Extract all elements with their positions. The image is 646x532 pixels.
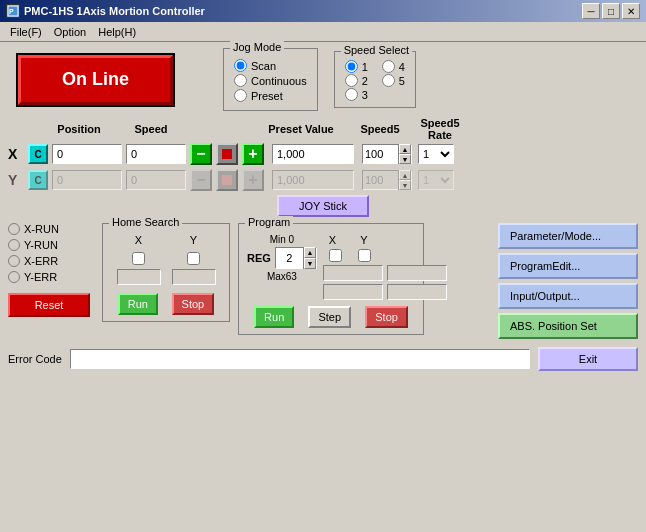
y-jog-stop-button[interactable] (216, 169, 238, 191)
minimize-button[interactable]: ─ (582, 3, 600, 19)
jog-preset-radio[interactable] (234, 89, 247, 102)
home-stop-button[interactable]: Stop (172, 293, 215, 315)
prog-stop-button[interactable]: Stop (365, 306, 408, 328)
x-stop-icon (222, 149, 232, 159)
prog-y-label: Y (360, 234, 367, 246)
main-window: On Line Jog Mode Scan Continuous Preset … (0, 42, 646, 377)
status-column: X-RUN Y-RUN X-ERR Y-ERR Reset (8, 223, 90, 317)
speed-3-label: 3 (362, 89, 368, 101)
speed-3-row: 3 (345, 88, 368, 101)
y-stop-icon (222, 175, 232, 185)
speed-col-label: Speed (116, 123, 186, 135)
bottom-section: X-RUN Y-RUN X-ERR Y-ERR Reset Home Searc… (8, 223, 638, 339)
max-label: Max63 (267, 271, 297, 282)
menu-file[interactable]: File(F) (4, 25, 48, 39)
online-button[interactable]: On Line (18, 55, 173, 105)
speed-4-label: 4 (399, 61, 405, 73)
menu-help[interactable]: Help(H) (92, 25, 142, 39)
home-y-label: Y (174, 234, 214, 246)
maximize-button[interactable]: □ (602, 3, 620, 19)
program-reg-col: Min 0 REG 2 ▲ ▼ Max63 (247, 234, 317, 300)
x-err-led-row: X-ERR (8, 255, 90, 267)
speed-select-title: Speed Select (341, 44, 412, 56)
y-speed5-down[interactable]: ▼ (399, 180, 411, 190)
prog-run-button[interactable]: Run (254, 306, 294, 328)
speed-4-radio[interactable] (382, 60, 395, 73)
home-search-title: Home Search (109, 216, 182, 228)
jog-continuous-radio[interactable] (234, 74, 247, 87)
x-speed5-up[interactable]: ▲ (399, 144, 411, 154)
x-jog-plus-button[interactable]: + (242, 143, 264, 165)
menu-option[interactable]: Option (48, 25, 92, 39)
min-label: Min 0 (270, 234, 294, 245)
speed5-col-label: Speed5 (350, 123, 410, 135)
x-speed-display: 0 (126, 144, 186, 164)
svg-text:P: P (9, 8, 14, 15)
error-section: Error Code Exit (8, 347, 638, 371)
param-mode-button[interactable]: Parameter/Mode... (498, 223, 638, 249)
speed-select-group: Speed Select 1 4 2 5 (334, 51, 416, 108)
exit-button[interactable]: Exit (538, 347, 638, 371)
y-run-led (8, 239, 20, 251)
speed-5-radio[interactable] (382, 74, 395, 87)
program-title: Program (245, 216, 293, 228)
reg-up-button[interactable]: ▲ (304, 247, 316, 258)
y-jog-minus-button[interactable]: − (190, 169, 212, 191)
reg-down-button[interactable]: ▼ (304, 258, 316, 269)
x-rate-select[interactable]: 1 2 5 10 (418, 144, 454, 164)
prog-x-label: X (329, 234, 336, 246)
speed5rate-col-label: Speed5 Rate (410, 117, 470, 141)
window-title: PMC-1HS 1Axis Mortion Controller (24, 5, 205, 17)
x-jog-stop-button[interactable] (216, 143, 238, 165)
y-c-button[interactable]: C (28, 170, 48, 190)
x-speed5-arrows: ▲ ▼ (398, 144, 411, 164)
x-speed5-down[interactable]: ▼ (399, 154, 411, 164)
axis-header-labels: Position Speed Preset Value Speed5 Speed… (44, 117, 638, 141)
y-position-display: 0 (52, 170, 122, 190)
y-run-led-row: Y-RUN (8, 239, 90, 251)
jog-continuous-row: Continuous (234, 74, 307, 87)
home-y-check[interactable] (187, 252, 200, 265)
y-err-led-row: Y-ERR (8, 271, 90, 283)
y-speed5-arrows: ▲ ▼ (398, 170, 411, 190)
y-jog-plus-button[interactable]: + (242, 169, 264, 191)
speed-2-radio[interactable] (345, 74, 358, 87)
error-code-display (70, 349, 530, 369)
title-bar-icon: P (6, 4, 20, 18)
program-edit-button[interactable]: ProgramEdit... (498, 253, 638, 279)
home-y-indicator (172, 269, 216, 285)
prog-x-display2 (323, 284, 383, 300)
x-run-led-row: X-RUN (8, 223, 90, 235)
input-output-button[interactable]: Input/Output... (498, 283, 638, 309)
reset-button[interactable]: Reset (8, 293, 90, 317)
x-err-led (8, 255, 20, 267)
prog-y-check[interactable] (358, 249, 371, 262)
title-bar: P PMC-1HS 1Axis Mortion Controller ─ □ ✕ (0, 0, 646, 22)
jog-scan-label: Scan (251, 60, 276, 72)
speed-4-row: 4 (382, 60, 405, 73)
x-axis-label: X (8, 146, 24, 162)
speed-2-row: 2 (345, 74, 368, 87)
x-c-button[interactable]: C (28, 144, 48, 164)
close-button[interactable]: ✕ (622, 3, 640, 19)
abs-position-set-button[interactable]: ABS. Position Set (498, 313, 638, 339)
prog-y-display2 (387, 284, 447, 300)
jog-mode-group: Jog Mode Scan Continuous Preset (223, 48, 318, 111)
y-speed5-up[interactable]: ▲ (399, 170, 411, 180)
x-axis-row: X C 0 0 − + 1,000 100 ▲ ▼ 1 (8, 143, 638, 165)
jog-scan-radio[interactable] (234, 59, 247, 72)
joystick-button[interactable]: JOY Stick (277, 195, 369, 217)
y-rate-select[interactable]: 1 (418, 170, 454, 190)
jog-preset-row: Preset (234, 89, 307, 102)
x-jog-minus-button[interactable]: − (190, 143, 212, 165)
speed-3-radio[interactable] (345, 88, 358, 101)
jog-continuous-label: Continuous (251, 75, 307, 87)
error-code-label: Error Code (8, 353, 62, 365)
home-run-button[interactable]: Run (118, 293, 158, 315)
home-x-check[interactable] (132, 252, 145, 265)
prog-x-check[interactable] (329, 249, 342, 262)
speed-1-radio[interactable] (345, 60, 358, 73)
prog-step-button[interactable]: Step (308, 306, 351, 328)
x-position-display: 0 (52, 144, 122, 164)
home-search-group: Home Search X Y Run Stop (102, 223, 230, 322)
